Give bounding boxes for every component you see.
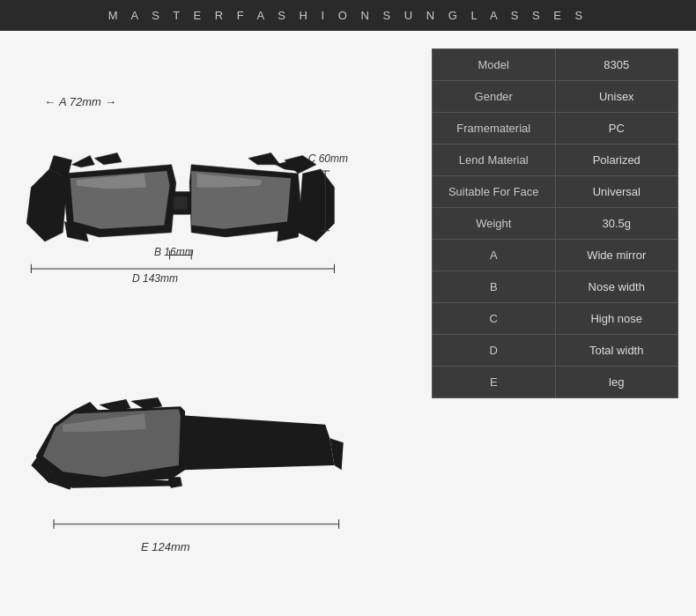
spec-value-10: leg	[556, 367, 678, 397]
spec-value-5: 30.5g	[556, 208, 678, 239]
spec-value-1: Unisex	[556, 81, 678, 112]
spec-row-7: BNose width	[433, 271, 677, 303]
dim-b-label: B 16mm	[154, 246, 194, 258]
svg-marker-7	[94, 152, 122, 164]
spec-row-5: Weight30.5g	[433, 208, 677, 240]
spec-label-7: B	[433, 271, 556, 302]
spec-value-3: Polarized	[556, 145, 678, 175]
spec-label-4: Suitable For Face	[433, 176, 556, 207]
dim-c-label: C 60mm	[308, 152, 348, 165]
spec-label-9: D	[433, 335, 556, 366]
spec-label-1: Gender	[433, 81, 556, 112]
spec-label-8: C	[433, 303, 556, 334]
spec-row-2: FramematerialPC	[433, 113, 677, 145]
dim-d-label: D 143mm	[132, 272, 178, 285]
spec-row-4: Suitable For FaceUniversal	[433, 176, 677, 208]
spec-label-6: A	[433, 240, 556, 271]
svg-marker-8	[248, 152, 280, 164]
svg-marker-0	[26, 169, 67, 241]
spec-row-10: Eleg	[433, 367, 677, 397]
spec-label-0: Model	[433, 49, 556, 80]
spec-row-8: CHigh nose	[433, 303, 677, 335]
svg-rect-3	[174, 196, 188, 209]
spec-value-7: Nose width	[556, 271, 678, 302]
header: M A S T E R F A S H I O N S U N G L A S …	[0, 0, 696, 31]
spec-row-1: GenderUnisex	[433, 81, 677, 113]
spec-value-9: Total width	[556, 335, 678, 366]
left-panel: ← A 72mm →	[18, 40, 414, 605]
spec-row-9: DTotal width	[433, 335, 677, 367]
spec-label-5: Weight	[433, 208, 556, 239]
spec-value-0: 8305	[556, 49, 678, 80]
spec-value-6: Wide mirror	[556, 240, 678, 271]
glasses-side-view: E 124mm	[18, 373, 352, 558]
svg-marker-6	[72, 155, 95, 167]
spec-value-4: Universal	[556, 176, 678, 207]
spec-row-3: Lend MaterialPolarized	[433, 145, 677, 176]
svg-marker-23	[130, 397, 162, 409]
spec-label-2: Framematerial	[433, 113, 556, 144]
spec-label-3: Lend Material	[433, 145, 556, 175]
specs-panel: Model8305GenderUnisexFramematerialPCLend…	[432, 48, 678, 398]
spec-value-8: High nose	[556, 303, 678, 334]
spec-row-0: Model8305	[433, 49, 677, 81]
spec-row-6: AWide mirror	[433, 240, 677, 271]
dim-e-label: E 124mm	[141, 540, 190, 553]
glasses-top-view: ← A 72mm →	[18, 86, 352, 289]
spec-value-2: PC	[556, 113, 678, 144]
header-title: M A S T E R F A S H I O N S U N G L A S …	[108, 9, 588, 22]
spec-label-10: E	[433, 367, 556, 397]
